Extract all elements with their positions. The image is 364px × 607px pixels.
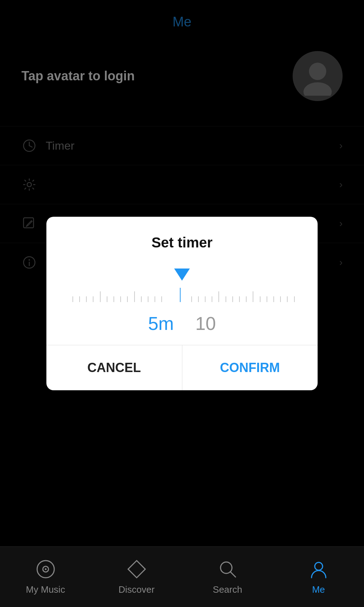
- svg-line-15: [230, 572, 236, 577]
- confirm-button[interactable]: CONFIRM: [182, 345, 318, 390]
- my-music-label: My Music: [26, 584, 65, 595]
- svg-point-12: [45, 568, 46, 570]
- slider-track[interactable]: [68, 284, 296, 306]
- nav-item-discover[interactable]: Discover: [91, 558, 182, 595]
- bottom-nav: My Music Discover Search Me: [0, 546, 364, 607]
- discover-label: Discover: [118, 584, 155, 595]
- slider-pointer: [174, 269, 190, 281]
- me-icon: [308, 558, 329, 580]
- set-timer-modal: Set timer: [46, 217, 318, 390]
- me-label: Me: [312, 584, 325, 595]
- svg-marker-13: [128, 561, 145, 578]
- cancel-button[interactable]: CANCEL: [46, 345, 182, 390]
- timer-value-inactive: 10: [195, 313, 216, 334]
- dialog-buttons: CANCEL CONFIRM: [46, 345, 318, 390]
- nav-item-search[interactable]: Search: [182, 558, 273, 595]
- search-icon: [217, 558, 238, 580]
- modal-overlay: Set timer: [0, 0, 364, 607]
- nav-item-my-music[interactable]: My Music: [0, 558, 91, 595]
- svg-point-16: [315, 562, 323, 570]
- my-music-icon: [35, 558, 56, 580]
- slider-values: 5m 10: [68, 313, 296, 334]
- modal-title: Set timer: [68, 235, 296, 251]
- search-label: Search: [213, 584, 242, 595]
- slider-indicator: [68, 269, 296, 281]
- nav-item-me[interactable]: Me: [273, 558, 364, 595]
- discover-icon: [126, 558, 147, 580]
- timer-value-active: 5m: [148, 313, 174, 334]
